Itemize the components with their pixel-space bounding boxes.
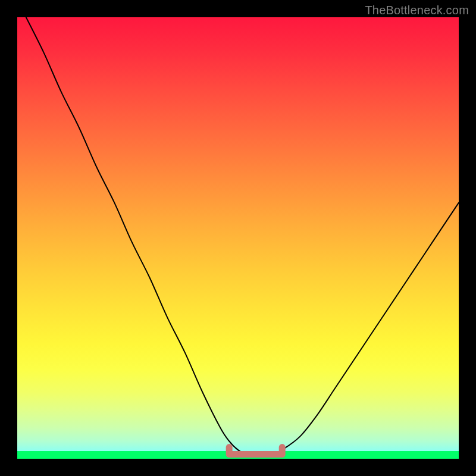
bottleneck-curve-path: [26, 17, 459, 455]
chart-frame: TheBottleneck.com: [0, 0, 476, 476]
watermark-text: TheBottleneck.com: [365, 4, 469, 17]
plot-area: [17, 17, 459, 459]
bottleneck-curve-svg: [17, 17, 459, 459]
min-band-marker: [229, 447, 282, 455]
